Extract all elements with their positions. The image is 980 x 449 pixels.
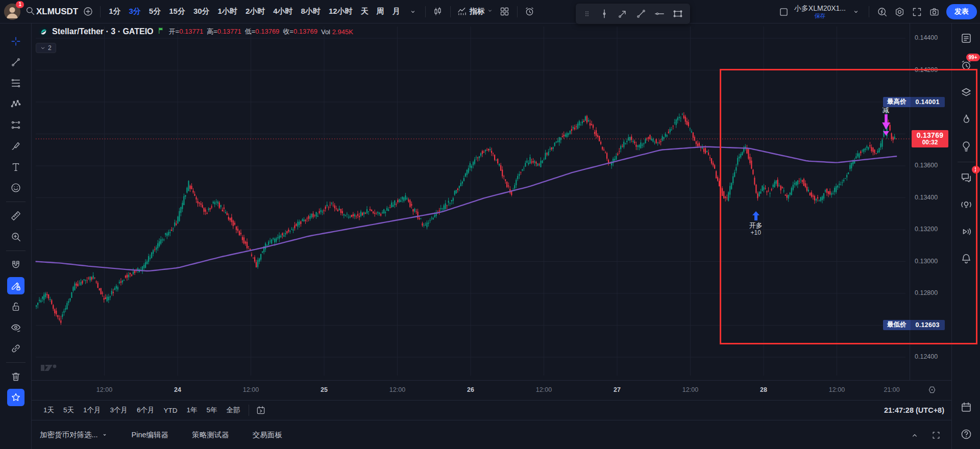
pattern-tool[interactable] xyxy=(7,95,24,113)
layout-chevron-down-icon[interactable] xyxy=(848,4,864,20)
bottom-tab-3[interactable]: 策略测试器 xyxy=(192,430,229,440)
timeframe-2小时[interactable]: 2小时 xyxy=(241,4,269,19)
server-clock[interactable]: 21:47:28 (UTC+8) xyxy=(884,406,944,414)
range-5天[interactable]: 5天 xyxy=(59,404,79,417)
object-tree-icon[interactable] xyxy=(959,85,974,100)
bottom-tab-1[interactable]: 加密货币对筛选... xyxy=(40,430,108,440)
lock-all-drawings[interactable] xyxy=(7,298,24,315)
zoom-in-tool[interactable] xyxy=(7,228,24,245)
timeframe-12小时[interactable]: 12小时 xyxy=(325,4,357,19)
range-3个月[interactable]: 3个月 xyxy=(106,404,133,417)
axis-settings-icon[interactable] xyxy=(927,385,937,397)
crosshair-tool[interactable] xyxy=(7,33,24,50)
time-tick-label: 12:00 xyxy=(536,386,552,393)
chart-style-button[interactable] xyxy=(430,4,446,20)
drawing-mode-lock[interactable] xyxy=(7,277,24,294)
indicator-collapse-toggle[interactable]: 2 xyxy=(36,43,56,53)
notifications-bell-icon[interactable] xyxy=(959,251,974,266)
range-5年[interactable]: 5年 xyxy=(202,404,222,417)
alerts-clock-icon[interactable]: 99+ xyxy=(959,58,974,73)
ideas-icon[interactable] xyxy=(959,139,974,154)
timeframe-15分[interactable]: 15分 xyxy=(165,4,189,19)
rectangle-tool-icon[interactable] xyxy=(669,5,687,23)
last-price-badge[interactable]: 0.13769 00:32 xyxy=(912,130,948,147)
symbol-search-button[interactable]: XLMUSDT xyxy=(24,4,79,20)
range-全部[interactable]: 全部 xyxy=(222,404,245,417)
vertical-line-tool-icon[interactable] xyxy=(595,5,614,23)
time-axis[interactable]: 12:002412:002512:002612:002712:002812:00… xyxy=(32,380,951,401)
magnet-mode[interactable] xyxy=(7,256,24,273)
indicators-button[interactable]: 指标 xyxy=(455,4,496,20)
timeframe-3分[interactable]: 3分 xyxy=(125,4,145,19)
screenshot-camera-icon[interactable] xyxy=(926,4,942,20)
compare-add-symbol-button[interactable] xyxy=(80,4,96,20)
panel-expand-chevron-up-icon[interactable] xyxy=(906,429,923,442)
range-1个月[interactable]: 1个月 xyxy=(79,404,106,417)
chat-icon[interactable]: 1 xyxy=(959,170,974,185)
symbol-title[interactable]: Stellar/Tether · 3 · GATEIO xyxy=(52,27,154,36)
candlestick-chart[interactable] xyxy=(32,23,910,380)
timeframe-月[interactable]: 月 xyxy=(388,4,404,19)
price-tick-label: 0.13000 xyxy=(915,258,938,265)
brush-tool[interactable] xyxy=(7,137,24,155)
settings-gear-icon[interactable] xyxy=(891,4,908,20)
session-low-badge[interactable]: 最低价 0.12603 xyxy=(883,320,945,330)
bottom-tab-4[interactable]: 交易面板 xyxy=(253,430,282,440)
bottom-tab-2[interactable]: Pine编辑器 xyxy=(132,430,169,440)
measure-ruler-tool[interactable] xyxy=(7,207,24,224)
remove-drawings[interactable] xyxy=(7,368,24,385)
forecast-position-tool[interactable] xyxy=(7,116,24,134)
save-link[interactable]: 保存 xyxy=(814,13,825,19)
horizontal-ray-tool-icon[interactable] xyxy=(650,5,669,23)
favorite-drawings[interactable] xyxy=(7,389,24,406)
drag-handle-icon[interactable] xyxy=(579,5,595,23)
chart-pane[interactable]: Stellar/Tether · 3 · GATEIO 开=0.13771 高=… xyxy=(32,23,910,380)
trend-line-tool-icon[interactable] xyxy=(632,5,650,23)
tradingview-app: 1 XLMUSDT 1分3分5分15分30分1小时2小时4小时8小时12小时天周… xyxy=(0,0,980,449)
timeframe-天[interactable]: 天 xyxy=(357,4,373,19)
minds-icon[interactable] xyxy=(959,197,974,212)
hide-drawings[interactable] xyxy=(7,319,24,336)
sync-drawings[interactable] xyxy=(7,340,24,357)
high-label: 高= xyxy=(207,28,217,35)
range-YTD[interactable]: YTD xyxy=(159,405,182,416)
timeframe-周[interactable]: 周 xyxy=(373,4,388,19)
timeframe-1小时[interactable]: 1小时 xyxy=(214,4,241,19)
publish-button[interactable]: 发表 xyxy=(946,4,977,19)
panel-maximize-icon[interactable] xyxy=(928,429,944,442)
stellar-logo-icon xyxy=(39,27,48,37)
economic-calendar-icon[interactable] xyxy=(959,400,974,415)
emoji-tool[interactable] xyxy=(7,179,24,196)
fullscreen-icon[interactable] xyxy=(909,4,925,20)
layout-select-button[interactable] xyxy=(776,4,792,20)
alert-button[interactable] xyxy=(522,4,538,20)
grid-layout-button[interactable] xyxy=(497,4,513,20)
session-high-badge[interactable]: 最高价 0.14001 xyxy=(883,97,945,107)
trend-arrow-tool-icon[interactable] xyxy=(614,5,632,23)
range-6个月[interactable]: 6个月 xyxy=(132,404,159,417)
top-toolbar-left: 1 XLMUSDT 1分3分5分15分30分1小时2小时4小时8小时12小时天周… xyxy=(3,4,538,20)
time-tick-label: 28 xyxy=(760,386,767,393)
range-1天[interactable]: 1天 xyxy=(39,404,59,417)
timeframe-1分[interactable]: 1分 xyxy=(105,4,125,19)
fib-retracement-tool[interactable] xyxy=(7,74,24,92)
last-price-value: 0.13769 xyxy=(917,131,944,139)
go-to-date-icon[interactable] xyxy=(253,403,269,417)
timeframe-5分[interactable]: 5分 xyxy=(145,4,165,19)
range-1年[interactable]: 1年 xyxy=(182,404,202,417)
timeframe-4小时[interactable]: 4小时 xyxy=(269,4,297,19)
text-tool[interactable] xyxy=(7,158,24,176)
trend-line-tool[interactable] xyxy=(7,54,24,71)
divider xyxy=(249,405,249,416)
help-icon[interactable] xyxy=(959,427,974,442)
timeframe-30分[interactable]: 30分 xyxy=(189,4,214,19)
watchlist-icon[interactable] xyxy=(959,31,974,46)
timeframe-8小时[interactable]: 8小时 xyxy=(297,4,325,19)
high-value: 0.13771 xyxy=(217,28,241,35)
streams-icon[interactable] xyxy=(959,224,974,239)
saved-layout[interactable]: 小多XLM20X1... 保存 xyxy=(794,5,846,18)
user-avatar[interactable]: 1 xyxy=(4,4,20,20)
timeframe-chevron-down-icon[interactable] xyxy=(405,4,421,20)
quick-search-icon[interactable] xyxy=(874,4,890,20)
hotlists-icon[interactable] xyxy=(959,112,974,127)
